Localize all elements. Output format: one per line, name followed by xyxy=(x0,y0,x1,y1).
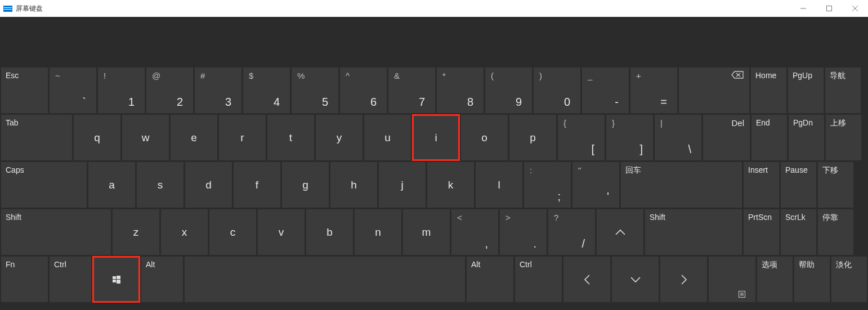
key-v[interactable]: v xyxy=(258,209,305,255)
close-button[interactable] xyxy=(842,0,868,17)
key-insert[interactable]: Insert xyxy=(744,162,779,208)
key-g[interactable]: g xyxy=(282,162,329,208)
key-e[interactable]: e xyxy=(171,115,217,160)
window-title: 屏幕键盘 xyxy=(16,4,43,14)
key-u[interactable]: u xyxy=(364,115,411,160)
key-backslash[interactable]: |\ xyxy=(655,115,701,160)
key-pgup[interactable]: PgUp xyxy=(788,68,824,113)
titlebar: 屏幕键盘 xyxy=(0,0,868,17)
key-i[interactable]: i xyxy=(413,115,459,160)
key-t[interactable]: t xyxy=(267,115,314,160)
key-f[interactable]: f xyxy=(234,162,280,208)
key-y[interactable]: y xyxy=(316,115,363,160)
chevron-down-icon xyxy=(630,276,641,283)
key-fn[interactable]: Fn xyxy=(1,257,48,302)
key-q[interactable]: q xyxy=(74,115,120,160)
key-p[interactable]: p xyxy=(509,115,556,160)
key-moveup[interactable]: 上移 xyxy=(826,115,861,160)
key-r[interactable]: r xyxy=(219,115,266,160)
key-4[interactable]: $4 xyxy=(243,68,290,113)
key-rctrl[interactable]: Ctrl xyxy=(515,257,562,302)
key-caps[interactable]: Caps xyxy=(1,162,87,208)
key-rshift[interactable]: Shift xyxy=(645,209,742,255)
key-pgdn[interactable]: PgDn xyxy=(789,115,824,160)
key-minus[interactable]: _- xyxy=(582,68,629,113)
key-period[interactable]: >. xyxy=(500,209,547,255)
key-ralt[interactable]: Alt xyxy=(467,257,513,302)
key-8[interactable]: *8 xyxy=(437,68,484,113)
key-scrlk[interactable]: ScrLk xyxy=(781,209,816,255)
key-w[interactable]: w xyxy=(122,115,169,160)
key-semicolon[interactable]: :; xyxy=(524,162,571,208)
key-lalt[interactable]: Alt xyxy=(141,257,183,302)
key-quote[interactable]: "' xyxy=(572,162,619,208)
key-home[interactable]: Home xyxy=(751,68,786,113)
key-lshift[interactable]: Shift xyxy=(1,209,111,255)
key-equals[interactable]: += xyxy=(630,68,677,113)
key-pause[interactable]: Pause xyxy=(781,162,816,208)
key-arrow-right[interactable] xyxy=(660,257,707,302)
key-arrow-down[interactable] xyxy=(612,257,659,302)
key-z[interactable]: z xyxy=(113,209,159,255)
key-a[interactable]: a xyxy=(88,162,135,208)
key-b[interactable]: b xyxy=(306,209,353,255)
key-arrow-left[interactable] xyxy=(563,257,610,302)
chevron-up-icon xyxy=(615,229,626,236)
key-del[interactable]: Del xyxy=(703,115,750,160)
key-lbracket[interactable]: {[ xyxy=(558,115,605,160)
key-2[interactable]: @2 xyxy=(146,68,193,113)
key-k[interactable]: k xyxy=(427,162,474,208)
key-win[interactable] xyxy=(93,257,140,302)
key-s[interactable]: s xyxy=(137,162,184,208)
key-7[interactable]: &7 xyxy=(388,68,435,113)
minimize-icon xyxy=(800,6,806,11)
key-6[interactable]: ^6 xyxy=(340,68,387,113)
key-lctrl[interactable]: Ctrl xyxy=(50,257,91,302)
key-backspace[interactable] xyxy=(679,68,749,113)
key-comma[interactable]: <, xyxy=(451,209,498,255)
key-3[interactable]: #3 xyxy=(195,68,241,113)
key-backtick[interactable]: ~` xyxy=(50,68,96,113)
row-5: Fn Ctrl Alt Alt Ctrl 选项 帮助 淡化 xyxy=(1,257,867,302)
key-1[interactable]: !1 xyxy=(98,68,145,113)
key-arrow-up[interactable] xyxy=(597,209,643,255)
key-n[interactable]: n xyxy=(355,209,401,255)
row-4: Shift z x c v b n m <, >. ?/ Shift PrtSc… xyxy=(1,209,867,255)
key-fade[interactable]: 淡化 xyxy=(831,257,867,302)
key-j[interactable]: j xyxy=(379,162,426,208)
keyboard-icon xyxy=(3,6,12,12)
key-enter[interactable]: 回车 xyxy=(621,162,742,208)
key-options[interactable]: 选项 xyxy=(757,257,793,302)
key-menu[interactable] xyxy=(709,257,755,302)
key-l[interactable]: l xyxy=(476,162,522,208)
key-o[interactable]: o xyxy=(461,115,508,160)
key-x[interactable]: x xyxy=(161,209,208,255)
key-h[interactable]: h xyxy=(330,162,377,208)
key-m[interactable]: m xyxy=(403,209,450,255)
key-end[interactable]: End xyxy=(751,115,787,160)
menu-icon xyxy=(739,291,745,298)
chevron-right-icon xyxy=(681,274,687,285)
key-9[interactable]: (9 xyxy=(485,68,532,113)
key-slash[interactable]: ?/ xyxy=(548,209,595,255)
key-nav[interactable]: 导航 xyxy=(825,68,861,113)
keyboard-area: Esc ~` !1 @2 #3 $4 %5 ^6 &7 *8 (9 )0 _- … xyxy=(0,17,868,310)
chevron-left-icon xyxy=(584,274,590,285)
key-movedown[interactable]: 下移 xyxy=(818,162,853,208)
key-help[interactable]: 帮助 xyxy=(794,257,830,302)
svg-rect-7 xyxy=(117,276,120,279)
row-1: Esc ~` !1 @2 #3 $4 %5 ^6 &7 *8 (9 )0 _- … xyxy=(1,68,867,113)
key-space[interactable] xyxy=(185,257,465,302)
minimize-button[interactable] xyxy=(790,0,816,17)
key-rbracket[interactable]: }] xyxy=(606,115,653,160)
key-esc[interactable]: Esc xyxy=(1,68,48,113)
key-5[interactable]: %5 xyxy=(292,68,338,113)
key-tab[interactable]: Tab xyxy=(1,115,72,160)
key-dock[interactable]: 停靠 xyxy=(818,209,853,255)
key-c[interactable]: c xyxy=(209,209,256,255)
svg-rect-6 xyxy=(113,276,116,279)
key-prtscn[interactable]: PrtScn xyxy=(744,209,779,255)
maximize-button[interactable] xyxy=(816,0,842,17)
key-d[interactable]: d xyxy=(185,162,232,208)
key-0[interactable]: )0 xyxy=(534,68,580,113)
